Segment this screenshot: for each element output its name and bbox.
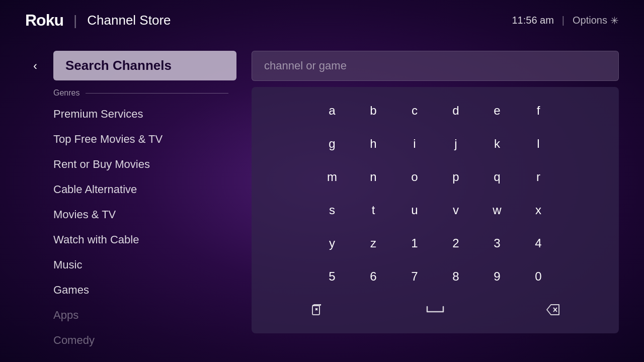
header-divider: |: [73, 13, 77, 29]
key-x[interactable]: x: [519, 195, 558, 226]
key-row-5: y z 1 2 3 4: [260, 228, 611, 259]
key-9[interactable]: 9: [477, 261, 517, 292]
sidebar-item-cable-alternative[interactable]: Cable Alternative: [25, 177, 236, 202]
key-m[interactable]: m: [312, 161, 352, 193]
sidebar-item-label: Music: [53, 258, 82, 271]
key-v[interactable]: v: [436, 195, 475, 226]
header: Roku | Channel Store 11:56 am | Options …: [0, 0, 644, 41]
key-q[interactable]: q: [477, 161, 517, 193]
key-5[interactable]: 5: [312, 261, 352, 292]
key-row-2: g h i j k l: [260, 128, 611, 159]
sidebar-item-movies-tv[interactable]: Movies & TV: [25, 202, 236, 227]
key-d[interactable]: d: [436, 95, 475, 126]
space-icon: [425, 305, 445, 315]
key-g[interactable]: g: [312, 128, 352, 159]
sidebar-item-premium-services[interactable]: Premium Services: [25, 102, 236, 127]
key-h[interactable]: h: [354, 128, 393, 159]
sidebar-item-label: Rent or Buy Movies: [53, 158, 150, 170]
sidebar-item-label: Movies & TV: [53, 208, 116, 221]
key-8[interactable]: 8: [436, 261, 475, 292]
nav-header: ‹ Search Channels: [25, 51, 236, 80]
key-6[interactable]: 6: [354, 261, 393, 292]
header-right: 11:56 am | Options ✳: [512, 15, 619, 27]
search-channels-label: Search Channels: [65, 58, 172, 73]
options-label: Options: [573, 15, 607, 26]
key-row-special: [260, 294, 611, 325]
key-2[interactable]: 2: [436, 228, 475, 259]
back-arrow-icon: ‹: [33, 59, 37, 73]
key-z[interactable]: z: [354, 228, 393, 259]
sidebar-item-label: Watch with Cable: [53, 233, 139, 246]
space-key[interactable]: [377, 294, 493, 325]
genres-divider: [86, 93, 228, 94]
search-channels-item[interactable]: Search Channels: [53, 51, 236, 80]
key-i[interactable]: i: [395, 128, 434, 159]
sidebar-item-label: Top Free Movies & TV: [53, 133, 163, 145]
back-button[interactable]: ‹: [25, 56, 45, 76]
keyboard-area: channel or game a b c d e f g h i j k l: [252, 51, 619, 353]
genres-section-header: Genres: [25, 80, 236, 102]
sidebar-item-games[interactable]: Games: [25, 278, 236, 303]
key-r[interactable]: r: [519, 161, 558, 193]
key-7[interactable]: 7: [395, 261, 434, 292]
page-title: Channel Store: [87, 13, 171, 28]
key-b[interactable]: b: [354, 95, 393, 126]
options-button[interactable]: Options ✳: [573, 15, 619, 27]
key-p[interactable]: p: [436, 161, 475, 193]
sidebar-item-watch-with-cable[interactable]: Watch with Cable: [25, 227, 236, 252]
key-a[interactable]: a: [312, 95, 352, 126]
sidebar-item-comedy[interactable]: Comedy: [25, 328, 236, 353]
backspace-key[interactable]: [495, 294, 611, 325]
key-e[interactable]: e: [477, 95, 517, 126]
key-row-4: s t u v w x: [260, 195, 611, 226]
header-left: Roku | Channel Store: [25, 11, 171, 30]
sidebar-item-label: Apps: [53, 309, 78, 321]
options-icon: ✳: [610, 15, 619, 27]
delete-key[interactable]: [260, 294, 375, 325]
key-0[interactable]: 0: [519, 261, 558, 292]
key-4[interactable]: 4: [519, 228, 558, 259]
left-nav: ‹ Search Channels Genres Premium Service…: [25, 51, 236, 353]
sidebar-item-label: Premium Services: [53, 108, 143, 120]
key-3[interactable]: 3: [477, 228, 517, 259]
sidebar-item-label: Cable Alternative: [53, 183, 137, 196]
genres-text: Genres: [53, 88, 79, 98]
key-s[interactable]: s: [312, 195, 352, 226]
key-c[interactable]: c: [395, 95, 434, 126]
sidebar-item-label: Games: [53, 284, 89, 296]
key-t[interactable]: t: [354, 195, 393, 226]
backspace-icon: [545, 303, 561, 317]
delete-icon: [310, 303, 325, 317]
sidebar-item-label: Comedy: [53, 334, 95, 346]
search-input[interactable]: channel or game: [252, 51, 619, 81]
search-placeholder: channel or game: [264, 59, 347, 72]
key-k[interactable]: k: [477, 128, 517, 159]
key-j[interactable]: j: [436, 128, 475, 159]
key-w[interactable]: w: [477, 195, 517, 226]
key-n[interactable]: n: [354, 161, 393, 193]
roku-logo: Roku: [25, 11, 63, 30]
sidebar-item-apps[interactable]: Apps: [25, 303, 236, 328]
key-1[interactable]: 1: [395, 228, 434, 259]
key-f[interactable]: f: [519, 95, 558, 126]
key-l[interactable]: l: [519, 128, 558, 159]
keyboard: a b c d e f g h i j k l m n o p: [252, 87, 619, 333]
time-display: 11:56 am: [512, 15, 553, 26]
key-row-1: a b c d e f: [260, 95, 611, 126]
main-content: ‹ Search Channels Genres Premium Service…: [0, 41, 644, 362]
key-u[interactable]: u: [395, 195, 434, 226]
key-y[interactable]: y: [312, 228, 352, 259]
key-o[interactable]: o: [395, 161, 434, 193]
sidebar-item-rent-or-buy[interactable]: Rent or Buy Movies: [25, 152, 236, 177]
key-row-6: 5 6 7 8 9 0: [260, 261, 611, 292]
key-row-3: m n o p q r: [260, 161, 611, 193]
header-pipe: |: [562, 15, 565, 26]
sidebar-item-music[interactable]: Music: [25, 252, 236, 278]
sidebar-item-top-free-movies[interactable]: Top Free Movies & TV: [25, 127, 236, 152]
